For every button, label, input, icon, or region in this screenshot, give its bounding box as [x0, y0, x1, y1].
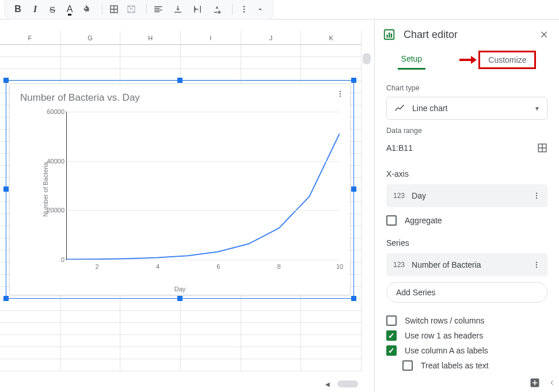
tab-customize[interactable]: Customize — [478, 51, 536, 69]
v-align-button[interactable] — [170, 2, 186, 17]
grid-cell[interactable] — [301, 323, 362, 335]
grid-cell[interactable] — [120, 323, 181, 335]
grid-cell[interactable] — [301, 347, 362, 359]
grid-cell[interactable] — [60, 323, 121, 335]
resize-handle-mr[interactable] — [351, 187, 356, 192]
resize-handle-bm[interactable] — [177, 296, 182, 301]
grid-cell[interactable] — [181, 347, 241, 359]
grid-cell[interactable] — [0, 57, 60, 69]
grid-cell[interactable] — [301, 359, 362, 371]
h-scrollbar[interactable]: ◀ ▶ — [1, 380, 360, 387]
grid-cell[interactable] — [60, 57, 121, 69]
grid-cell[interactable] — [60, 359, 121, 371]
resize-handle-tl[interactable] — [3, 78, 9, 83]
grid-cell[interactable] — [120, 299, 181, 311]
more-toolbar-button[interactable] — [236, 2, 252, 17]
chart-menu-button[interactable] — [336, 90, 344, 98]
series-more-button[interactable] — [533, 261, 541, 269]
grid-cell[interactable] — [241, 335, 302, 347]
series-field-chip[interactable]: 123 Number of Bacteria — [386, 253, 547, 276]
chart-card[interactable]: Number of Bacteria vs. Day Number of Bac… — [9, 83, 351, 295]
resize-handle-ml[interactable] — [3, 187, 9, 192]
use-colA-checkbox-row[interactable]: Use column A as labels — [386, 345, 547, 356]
col-header[interactable]: J — [241, 31, 302, 45]
grid-cell[interactable] — [0, 335, 60, 347]
col-header[interactable]: G — [60, 31, 121, 45]
col-header[interactable]: F — [0, 31, 60, 45]
xaxis-more-button[interactable] — [533, 192, 541, 200]
treat-labels-checkbox-row[interactable]: Treat labels as text — [402, 360, 547, 371]
grid-cell[interactable] — [241, 57, 302, 69]
grid-cell[interactable] — [60, 347, 121, 359]
resize-handle-tr[interactable] — [351, 78, 356, 83]
use-row1-checkbox[interactable] — [386, 330, 397, 341]
aggregate-checkbox[interactable] — [386, 215, 397, 226]
col-header[interactable]: I — [181, 31, 241, 45]
use-colA-checkbox[interactable] — [386, 345, 397, 356]
grid-cell[interactable] — [181, 311, 241, 323]
grid-cell[interactable] — [120, 335, 181, 347]
use-row1-checkbox-row[interactable]: Use row 1 as headers — [386, 330, 547, 341]
switch-rows-checkbox-row[interactable]: Switch rows / columns — [386, 315, 547, 326]
grid-cell[interactable] — [60, 69, 121, 81]
treat-labels-checkbox[interactable] — [402, 360, 413, 371]
grid-cell[interactable] — [301, 335, 362, 347]
grid-cell[interactable] — [181, 45, 241, 57]
select-range-button[interactable] — [537, 143, 547, 153]
grid-cell[interactable] — [241, 299, 302, 311]
add-series-button[interactable]: Add Series — [386, 282, 547, 303]
grid-cell[interactable] — [301, 45, 362, 57]
grid-cell[interactable] — [241, 311, 302, 323]
strikethrough-button[interactable]: S — [44, 2, 60, 17]
grid-cell[interactable] — [181, 335, 241, 347]
close-panel-button[interactable] — [537, 28, 551, 41]
grid-cell[interactable] — [60, 311, 121, 323]
borders-button[interactable] — [106, 2, 122, 17]
text-rotation-button[interactable] — [209, 2, 225, 17]
grid-cell[interactable] — [0, 69, 60, 81]
grid-cell[interactable] — [301, 57, 362, 69]
grid-cell[interactable] — [241, 347, 302, 359]
grid-cell[interactable] — [0, 299, 60, 311]
grid-cell[interactable] — [120, 359, 181, 371]
grid-cell[interactable] — [181, 299, 241, 311]
grid-cell[interactable] — [181, 359, 241, 371]
grid-cell[interactable] — [181, 323, 241, 335]
fill-color-button[interactable] — [79, 2, 95, 17]
side-panel-toggle[interactable] — [549, 379, 556, 386]
grid-cell[interactable] — [0, 359, 60, 371]
grid-cell[interactable] — [241, 359, 302, 371]
h-align-button[interactable] — [150, 2, 166, 17]
resize-handle-bl[interactable] — [3, 296, 9, 301]
grid-cell[interactable] — [120, 57, 181, 69]
grid-cell[interactable] — [241, 45, 302, 57]
chart-type-select[interactable]: Line chart ▼ — [386, 97, 547, 120]
col-header[interactable]: K — [301, 31, 362, 45]
v-scrollbar-thumb[interactable] — [363, 53, 371, 64]
text-wrap-button[interactable] — [189, 2, 206, 17]
grid-cell[interactable] — [60, 45, 121, 57]
grid-cell[interactable] — [60, 299, 121, 311]
col-header[interactable]: H — [120, 31, 181, 45]
h-scroll-left-button[interactable]: ◀ — [324, 380, 332, 387]
grid-cell[interactable] — [241, 69, 302, 81]
bold-button[interactable]: B — [10, 2, 26, 17]
grid-cell[interactable] — [0, 347, 60, 359]
tab-setup[interactable]: Setup — [398, 50, 426, 70]
grid-cell[interactable] — [0, 311, 60, 323]
aggregate-checkbox-row[interactable]: Aggregate — [386, 215, 547, 226]
text-color-button[interactable]: A — [62, 2, 78, 17]
resize-handle-tm[interactable] — [177, 78, 182, 83]
v-scrollbar[interactable] — [363, 53, 371, 375]
grid-cell[interactable] — [181, 69, 241, 81]
grid-cell[interactable] — [120, 69, 181, 81]
switch-rows-checkbox[interactable] — [386, 315, 397, 326]
grid-cell[interactable] — [60, 335, 121, 347]
merge-cells-button[interactable] — [123, 2, 139, 17]
grid-cell[interactable] — [120, 347, 181, 359]
grid-cell[interactable] — [120, 45, 181, 57]
grid-cell[interactable] — [241, 323, 302, 335]
explore-button[interactable] — [529, 377, 541, 389]
resize-handle-br[interactable] — [351, 296, 356, 301]
chart-selection-frame[interactable]: Number of Bacteria vs. Day Number of Bac… — [6, 80, 354, 299]
